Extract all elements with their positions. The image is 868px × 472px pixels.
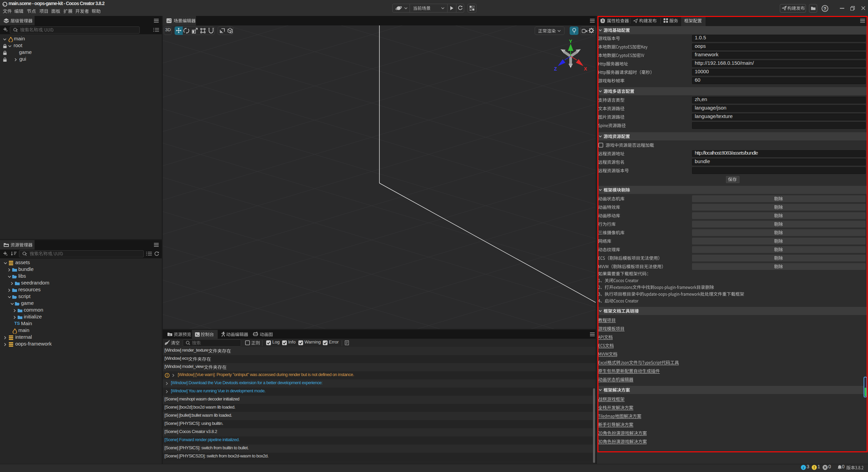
svg-text:X: X — [584, 66, 587, 72]
svg-text:Y: Y — [569, 39, 572, 44]
svg-text:Z: Z — [554, 66, 557, 72]
svg-text:?: ? — [824, 6, 826, 11]
